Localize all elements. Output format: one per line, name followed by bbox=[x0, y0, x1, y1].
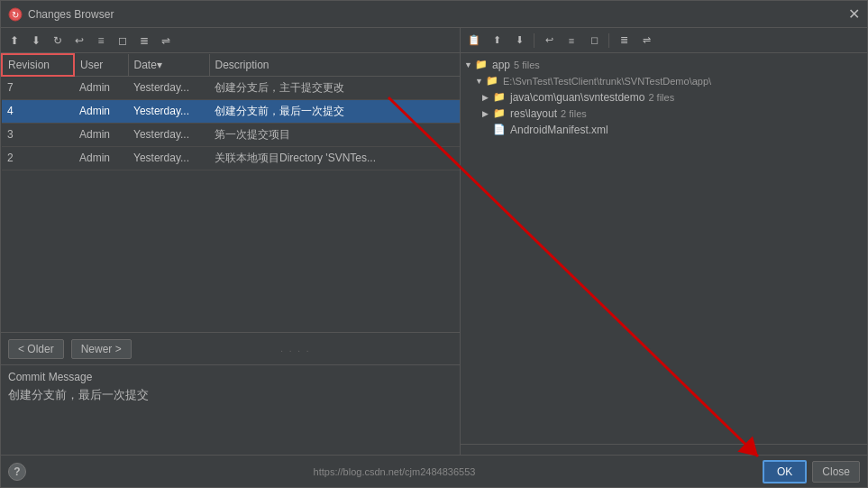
changes-browser-window: ↻ Changes Browser ✕ ⬆ ⬇ ↻ ↩ ≡ ◻ ≣ ⇌ bbox=[0, 0, 868, 488]
cell-revision: 4 bbox=[2, 99, 74, 123]
older-button[interactable]: < Older bbox=[8, 339, 64, 359]
rt-separator bbox=[534, 33, 535, 48]
rt-btn-0[interactable]: 📋 bbox=[464, 31, 484, 51]
rt-btn-7[interactable]: ⇌ bbox=[636, 31, 656, 51]
tree-root[interactable]: ▼ 📁 app 5 files bbox=[461, 57, 867, 73]
cell-desc: 关联本地项目Directory 'SVNTes... bbox=[209, 146, 460, 170]
cell-revision: 3 bbox=[2, 123, 74, 146]
tree-item[interactable]: ▶ 📁 java\com\guan\svntestdemo 2 files bbox=[461, 89, 867, 106]
svg-text:↻: ↻ bbox=[12, 10, 19, 20]
ok-button[interactable]: OK bbox=[763, 460, 807, 483]
cell-date: Yesterday... bbox=[128, 146, 209, 170]
toolbar-btn-5[interactable]: ◻ bbox=[113, 31, 132, 51]
cell-desc: 第一次提交项目 bbox=[209, 123, 460, 146]
rt-btn-5[interactable]: ◻ bbox=[584, 31, 604, 51]
folder-icon: 📁 bbox=[493, 107, 507, 120]
main-content: ⬆ ⬇ ↻ ↩ ≡ ◻ ≣ ⇌ Revision User Date▾ bbox=[1, 28, 867, 455]
toolbar-btn-4[interactable]: ≡ bbox=[91, 31, 111, 51]
window-title: Changes Browser bbox=[28, 8, 114, 21]
table-row[interactable]: 4 Admin Yesterday... 创建分支前，最后一次提交 bbox=[2, 99, 460, 123]
rt-btn-3[interactable]: ↩ bbox=[539, 31, 559, 51]
tree-item-label: java\com\guan\svntestdemo bbox=[510, 91, 644, 104]
rt-btn-6[interactable]: ≣ bbox=[614, 31, 634, 51]
help-button[interactable]: ? bbox=[8, 463, 26, 481]
bottom-url: https://blog.csdn.net/cjm2484836553 bbox=[314, 466, 476, 477]
cell-user: Admin bbox=[74, 76, 128, 99]
revisions-table: Revision User Date▾ Description 7 Admin … bbox=[1, 53, 460, 170]
tree-path-row[interactable]: ▼ 📁 E:\SvnTest\TestClient\trunk\SVNTestD… bbox=[461, 73, 867, 89]
close-dialog-button[interactable]: Close bbox=[812, 461, 860, 483]
col-user[interactable]: User bbox=[74, 54, 128, 76]
revisions-table-container: Revision User Date▾ Description 7 Admin … bbox=[1, 53, 460, 332]
table-row[interactable]: 2 Admin Yesterday... 关联本地项目Directory 'SV… bbox=[2, 146, 460, 170]
rt-btn-4[interactable]: ≡ bbox=[562, 31, 581, 51]
cell-user: Admin bbox=[74, 99, 128, 123]
folder-icon-root: 📁 bbox=[475, 59, 489, 71]
left-toolbar: ⬆ ⬇ ↻ ↩ ≡ ◻ ≣ ⇌ bbox=[1, 28, 460, 53]
drag-handle: . . . . bbox=[139, 344, 452, 354]
toolbar-btn-6[interactable]: ≣ bbox=[134, 31, 154, 51]
tree-badge: 2 files bbox=[561, 108, 587, 119]
tree-root-label: app bbox=[492, 59, 510, 71]
right-scrollbar[interactable] bbox=[461, 444, 867, 455]
tree-arrow-sub: ▶ bbox=[482, 109, 493, 118]
toolbar-btn-2[interactable]: ↻ bbox=[48, 31, 68, 51]
tree-item[interactable]: ▶ 📁 res\layout 2 files bbox=[461, 106, 867, 122]
toolbar-btn-7[interactable]: ⇌ bbox=[156, 31, 176, 51]
cell-user: Admin bbox=[74, 146, 128, 170]
cell-revision: 7 bbox=[2, 76, 74, 99]
commit-text: 创建分支前，最后一次提交 bbox=[8, 387, 452, 403]
tree-root-badge: 5 files bbox=[514, 60, 540, 70]
commit-section: Commit Message 创建分支前，最后一次提交 bbox=[1, 364, 460, 455]
title-bar-left: ↻ Changes Browser bbox=[8, 7, 114, 22]
toolbar-btn-3[interactable]: ↩ bbox=[69, 31, 89, 51]
folder-icon: 📁 bbox=[493, 91, 507, 104]
col-date[interactable]: Date▾ bbox=[128, 54, 209, 76]
rt-btn-2[interactable]: ⬇ bbox=[509, 31, 529, 51]
commit-label: Commit Message bbox=[8, 371, 452, 383]
rt-btn-1[interactable]: ⬆ bbox=[487, 31, 507, 51]
file-tree: ▼ 📁 app 5 files ▼ 📁 E:\SvnTest\TestClien… bbox=[461, 53, 867, 444]
cell-user: Admin bbox=[74, 123, 128, 146]
tree-item[interactable]: 📄 AndroidManifest.xml bbox=[461, 122, 867, 138]
bottom-buttons: OK Close bbox=[763, 460, 860, 483]
folder-icon-path: 📁 bbox=[486, 75, 500, 87]
cell-date: Yesterday... bbox=[128, 99, 209, 123]
right-toolbar: 📋 ⬆ ⬇ ↩ ≡ ◻ ≣ ⇌ bbox=[461, 28, 867, 53]
cell-desc: 创建分支后，主干提交更改 bbox=[209, 76, 460, 99]
title-bar: ↻ Changes Browser ✕ bbox=[1, 1, 867, 28]
col-description[interactable]: Description bbox=[209, 54, 460, 76]
tree-arrow-sub: ▶ bbox=[482, 93, 493, 102]
file-icon: 📄 bbox=[493, 124, 507, 136]
table-row[interactable]: 3 Admin Yesterday... 第一次提交项目 bbox=[2, 123, 460, 146]
left-panel: ⬆ ⬇ ↻ ↩ ≡ ◻ ≣ ⇌ Revision User Date▾ bbox=[1, 28, 461, 455]
table-row[interactable]: 7 Admin Yesterday... 创建分支后，主干提交更改 bbox=[2, 76, 460, 99]
tree-item-label: AndroidManifest.xml bbox=[510, 124, 608, 136]
bottom-left: ? bbox=[8, 463, 26, 481]
col-revision[interactable]: Revision bbox=[2, 54, 74, 76]
rt-separator2 bbox=[608, 33, 609, 48]
newer-button[interactable]: Newer > bbox=[71, 339, 132, 359]
cell-desc: 创建分支前，最后一次提交 bbox=[209, 99, 460, 123]
right-panel: 📋 ⬆ ⬇ ↩ ≡ ◻ ≣ ⇌ ▼ 📁 app 5 files bbox=[461, 28, 867, 455]
tree-badge: 2 files bbox=[648, 92, 674, 103]
tree-full-path: E:\SvnTest\TestClient\trunk\SVNTestDemo\… bbox=[503, 76, 711, 87]
tree-item-label: res\layout bbox=[510, 107, 557, 120]
cell-revision: 2 bbox=[2, 146, 74, 170]
toolbar-btn-0[interactable]: ⬆ bbox=[5, 31, 24, 51]
cell-date: Yesterday... bbox=[128, 123, 209, 146]
app-icon: ↻ bbox=[8, 7, 23, 22]
tree-arrow-path: ▼ bbox=[475, 77, 486, 86]
cell-date: Yesterday... bbox=[128, 76, 209, 99]
tree-arrow-root: ▼ bbox=[464, 60, 475, 69]
bottom-bar: ? https://blog.csdn.net/cjm2484836553 OK… bbox=[1, 455, 867, 487]
toolbar-btn-1[interactable]: ⬇ bbox=[26, 31, 46, 51]
pagination-bar: < Older Newer > . . . . bbox=[1, 332, 460, 364]
close-button[interactable]: ✕ bbox=[848, 7, 860, 22]
